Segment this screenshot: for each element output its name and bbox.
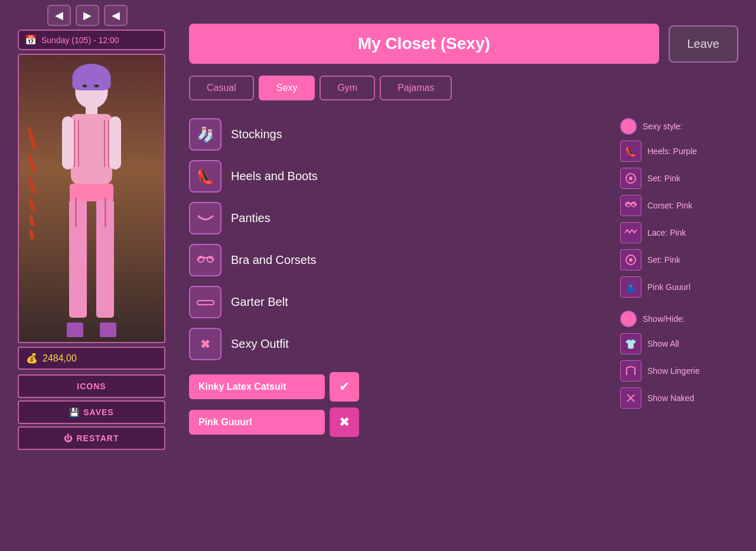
pink-guuurl-status-label: Pink Guuurl xyxy=(647,282,690,292)
hair xyxy=(73,64,111,90)
clothing-section: 🧦 Stockings 👠 Heels and Boots Panties xyxy=(189,118,738,443)
page-title: My Closet (Sexy) xyxy=(189,24,659,64)
status-showhide-header: Show/Hide: xyxy=(620,311,738,327)
heels-label: Heels and Boots xyxy=(231,169,318,183)
corset-line-4 xyxy=(104,120,105,167)
left-leg xyxy=(69,200,87,318)
character-background xyxy=(19,55,164,342)
header-row: My Closet (Sexy) Leave xyxy=(189,24,738,64)
icons-button[interactable]: ICONS xyxy=(18,374,165,398)
money-bar: 💰 2484,00 xyxy=(18,347,165,370)
outfit-row-2: Pink Guuurl ✖ xyxy=(189,407,597,437)
sexy-outfit-icon: ✖ xyxy=(189,328,221,360)
heels-icon: 👠 xyxy=(189,160,221,193)
right-heel xyxy=(100,322,116,337)
tab-gym[interactable]: Gym xyxy=(320,76,375,100)
heels-status-icon: 👠 xyxy=(620,141,641,162)
garter-right xyxy=(105,198,106,227)
left-arm xyxy=(62,116,74,169)
sexy-outfit-label: Sexy Outfit xyxy=(231,337,289,351)
restart-button[interactable]: ⏻ RESTART xyxy=(18,426,165,450)
sexy-style-dot xyxy=(620,118,637,135)
panties-icon xyxy=(189,202,221,234)
tab-casual[interactable]: Casual xyxy=(189,76,254,100)
left-heel xyxy=(67,322,83,337)
status-show-all[interactable]: 👕 Show All xyxy=(620,333,738,354)
torso xyxy=(71,114,112,185)
stockings-label: Stockings xyxy=(231,128,282,141)
set-status-label-2: Set: Pink xyxy=(647,255,680,265)
list-item-garter[interactable]: Garter Belt xyxy=(189,286,597,318)
lace-status-label: Lace: Pink xyxy=(647,228,686,237)
left-panel: 📅 Sunday (105) - 12:00 xyxy=(18,30,165,450)
garter-left xyxy=(75,198,77,227)
outfit-remove-2[interactable]: ✖ xyxy=(330,407,359,437)
bottom-buttons: ICONS 💾 SAVES ⏻ RESTART xyxy=(18,374,165,450)
money-value: 2484,00 xyxy=(43,353,77,364)
corset-status-label: Corset: Pink xyxy=(647,201,692,210)
set-status-label-1: Set: Pink xyxy=(647,174,680,183)
outfit-name-1[interactable]: Kinky Latex Catsuit xyxy=(189,374,325,399)
feather-3 xyxy=(27,176,36,194)
forward-button[interactable]: ▶ xyxy=(76,5,99,26)
set-status-icon-1 xyxy=(620,168,641,189)
list-item-bra[interactable]: Bra and Corsets xyxy=(189,244,597,276)
tab-sexy[interactable]: Sexy xyxy=(259,76,315,100)
status-lace[interactable]: Lace: Pink xyxy=(620,222,738,243)
status-heels[interactable]: 👠 Heels: Purple xyxy=(620,141,738,162)
feather-4 xyxy=(28,197,35,212)
menu-button[interactable]: ◀ xyxy=(104,5,128,26)
garter-label: Garter Belt xyxy=(231,295,288,309)
outfit-items: Kinky Latex Catsuit ✔ Pink Guuurl ✖ xyxy=(189,372,597,437)
svg-rect-2 xyxy=(197,301,214,305)
status-set-2[interactable]: Set: Pink xyxy=(620,249,738,270)
showhide-dot xyxy=(620,311,637,327)
status-show-lingerie[interactable]: Show Lingerie xyxy=(620,360,738,382)
show-naked-label: Show Naked xyxy=(647,393,694,403)
bra-label: Bra and Corsets xyxy=(231,253,317,267)
corset-line-1 xyxy=(74,120,75,167)
status-sexy-style: Sexy style: xyxy=(620,118,738,135)
left-eye xyxy=(83,84,87,87)
feather-6 xyxy=(28,229,35,240)
sexy-style-label: Sexy style: xyxy=(643,122,683,131)
show-lingerie-label: Show Lingerie xyxy=(647,366,700,376)
show-lingerie-icon xyxy=(620,360,641,382)
head xyxy=(76,73,108,108)
bra-icon xyxy=(189,244,221,276)
saves-button[interactable]: 💾 SAVES xyxy=(18,400,165,424)
showhide-label: Show/Hide: xyxy=(643,314,685,324)
calendar-icon: 📅 xyxy=(25,34,37,45)
show-all-icon: 👕 xyxy=(620,333,641,354)
stockings-icon: 🧦 xyxy=(189,118,221,151)
style-tabs: Casual Sexy Gym Pajamas xyxy=(189,76,738,100)
status-set-1[interactable]: Set: Pink xyxy=(620,168,738,189)
tab-pajamas[interactable]: Pajamas xyxy=(380,76,452,100)
money-icon: 💰 xyxy=(26,353,38,364)
outfit-name-2[interactable]: Pink Guuurl xyxy=(189,410,325,435)
feather-1 xyxy=(27,126,37,149)
back-button[interactable]: ◀ xyxy=(47,5,71,26)
character-view xyxy=(18,54,165,343)
status-pink-guuurl[interactable]: 👗 Pink Guuurl xyxy=(620,276,738,298)
right-arm xyxy=(109,116,121,169)
list-item-stockings[interactable]: 🧦 Stockings xyxy=(189,118,597,151)
status-corset[interactable]: Corset: Pink xyxy=(620,195,738,216)
corset-line-2 xyxy=(78,120,79,167)
outfit-equip-1[interactable]: ✔ xyxy=(330,372,359,402)
heels-status-label: Heels: Purple xyxy=(647,146,697,156)
status-gap xyxy=(620,304,738,311)
feather-2 xyxy=(27,152,37,174)
status-show-naked[interactable]: Show Naked xyxy=(620,387,738,409)
leave-button[interactable]: Leave xyxy=(669,25,739,63)
list-item-panties[interactable]: Panties xyxy=(189,202,597,234)
top-navigation: ◀ ▶ ◀ xyxy=(47,5,128,26)
list-item-sexy-outfit[interactable]: ✖ Sexy Outfit xyxy=(189,328,597,360)
clothing-list: 🧦 Stockings 👠 Heels and Boots Panties xyxy=(189,118,597,443)
svg-point-4 xyxy=(629,177,633,180)
list-item-heels[interactable]: 👠 Heels and Boots xyxy=(189,160,597,193)
pink-guuurl-status-icon: 👗 xyxy=(620,276,641,298)
save-icon: 💾 xyxy=(69,407,80,417)
panties-label: Panties xyxy=(231,211,271,225)
restart-icon: ⏻ xyxy=(64,433,73,443)
